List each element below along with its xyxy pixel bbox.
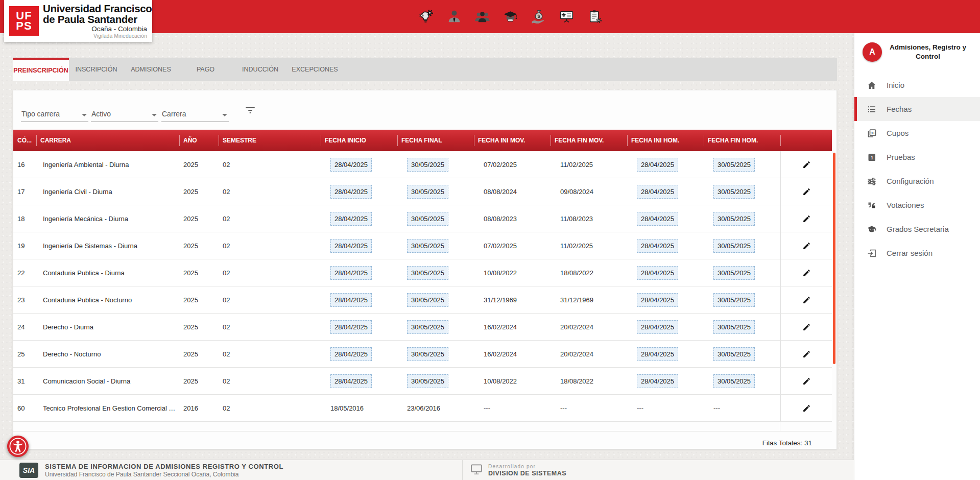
- date-field-editable[interactable]: 30/05/2025: [407, 158, 448, 172]
- date-field-editable[interactable]: 30/05/2025: [713, 158, 755, 172]
- sidebar-item-grados[interactable]: Grados Secretaria: [854, 217, 980, 241]
- edit-row-button[interactable]: [800, 375, 813, 388]
- sidebar-item-configuracion[interactable]: Configuración: [854, 169, 980, 193]
- cell-fecha-inicio: 28/04/2025: [321, 239, 397, 253]
- edit-row-button[interactable]: [800, 348, 813, 361]
- cell-fecha-fin-mov: ---: [551, 404, 627, 412]
- clipboard-gear-icon[interactable]: [586, 8, 603, 25]
- filter-value: Activo: [91, 110, 111, 118]
- people-group-icon[interactable]: [474, 8, 491, 25]
- date-field-editable[interactable]: 30/05/2025: [407, 347, 448, 361]
- filter-list-icon[interactable]: [244, 104, 256, 116]
- date-field-editable[interactable]: 28/04/2025: [330, 347, 372, 361]
- accessibility-button[interactable]: [7, 436, 29, 457]
- idea-gears-icon[interactable]: [418, 8, 435, 25]
- filter-tipo-carrera[interactable]: Tipo carrera: [21, 110, 88, 122]
- date-value: 07/02/2025: [484, 161, 517, 169]
- cell-ano: 2025: [179, 242, 219, 250]
- date-field-editable[interactable]: 28/04/2025: [637, 212, 678, 226]
- cell-fecha-fin-hom: 30/05/2025: [704, 293, 780, 307]
- date-field-editable[interactable]: 30/05/2025: [407, 374, 448, 388]
- date-field-editable[interactable]: 28/04/2025: [637, 158, 678, 172]
- edit-row-button[interactable]: [800, 402, 813, 415]
- date-field-editable[interactable]: 30/05/2025: [407, 320, 448, 334]
- cell-fecha-ini-mov: 16/02/2024: [474, 350, 551, 358]
- date-field-editable[interactable]: 30/05/2025: [407, 212, 448, 226]
- table-scrollbar[interactable]: [833, 153, 835, 364]
- sidebar-item-inicio[interactable]: Inicio: [854, 73, 980, 97]
- date-field-editable[interactable]: 28/04/2025: [330, 239, 372, 253]
- cell-fecha-fin-mov: 09/08/2024: [551, 188, 627, 196]
- date-value: 08/08/2024: [484, 188, 517, 196]
- pencil-icon: [802, 187, 811, 196]
- quotes-icon: [867, 200, 877, 210]
- cell-fecha-inicio: 28/04/2025: [321, 266, 397, 280]
- filter-carrera[interactable]: Carrera: [161, 110, 229, 122]
- date-field-editable[interactable]: 30/05/2025: [713, 212, 755, 226]
- edit-row-button[interactable]: [800, 158, 813, 171]
- date-field-editable[interactable]: 30/05/2025: [713, 320, 755, 334]
- date-field-editable[interactable]: 30/05/2025: [713, 347, 755, 361]
- edit-row-button[interactable]: [800, 294, 813, 306]
- tab-excepciones[interactable]: EXCEPCIONES: [288, 58, 342, 81]
- person-icon[interactable]: [446, 8, 463, 25]
- date-field-editable[interactable]: 30/05/2025: [407, 266, 448, 280]
- tab-preinscripcion[interactable]: PREINSCRIPCIÓN: [13, 58, 69, 81]
- footer-system-subtitle: Universidad Francisco de Paula Santander…: [45, 471, 283, 478]
- cell-ano: 2025: [179, 350, 219, 358]
- date-field-editable[interactable]: 28/04/2025: [637, 266, 678, 280]
- filter-activo[interactable]: Activo: [91, 110, 158, 122]
- list-icon: [867, 104, 877, 114]
- sidebar-item-cerrar-sesion[interactable]: Cerrar sesión: [854, 241, 980, 265]
- date-field-editable[interactable]: 30/05/2025: [407, 239, 448, 253]
- tab-induccion[interactable]: INDUCCIÓN: [233, 58, 288, 81]
- date-field-editable[interactable]: 28/04/2025: [330, 185, 372, 199]
- money-hand-icon[interactable]: $: [530, 8, 547, 25]
- sidebar-item-cupos[interactable]: 9+ Cupos: [854, 121, 980, 145]
- cell-semestre: 02: [219, 269, 321, 277]
- date-field-editable[interactable]: 30/05/2025: [713, 185, 755, 199]
- tab-inscripcion[interactable]: INSCRIPCIÓN: [69, 58, 124, 81]
- sidebar-item-pruebas[interactable]: 1 Pruebas: [854, 145, 980, 169]
- svg-text:$: $: [537, 14, 540, 19]
- cell-fecha-ini-mov: 07/02/2025: [474, 242, 551, 250]
- date-field-editable[interactable]: 30/05/2025: [713, 374, 755, 388]
- graduation-diploma-icon[interactable]: [502, 8, 519, 25]
- column-header-ano: AÑO: [179, 130, 219, 151]
- date-field-editable[interactable]: 30/05/2025: [407, 185, 448, 199]
- sidebar-item-votaciones[interactable]: Votaciones: [854, 193, 980, 217]
- date-field-editable[interactable]: 30/05/2025: [407, 293, 448, 307]
- date-field-editable[interactable]: 28/04/2025: [330, 374, 372, 388]
- date-field-editable[interactable]: 30/05/2025: [713, 239, 755, 253]
- date-field-editable[interactable]: 30/05/2025: [713, 293, 755, 307]
- date-field-editable[interactable]: 28/04/2025: [637, 239, 678, 253]
- date-field-editable[interactable]: 28/04/2025: [637, 293, 678, 307]
- cell-semestre: 02: [219, 161, 321, 169]
- date-field-editable[interactable]: 28/04/2025: [637, 320, 678, 334]
- date-field-editable[interactable]: 30/05/2025: [713, 266, 755, 280]
- edit-row-button[interactable]: [800, 267, 813, 279]
- edit-row-button[interactable]: [800, 321, 813, 333]
- cell-fecha-final: 30/05/2025: [397, 158, 474, 172]
- date-field-editable[interactable]: 28/04/2025: [330, 320, 372, 334]
- presentation-board-icon[interactable]: [558, 8, 575, 25]
- date-field-editable[interactable]: 28/04/2025: [330, 293, 372, 307]
- date-field-editable[interactable]: 28/04/2025: [330, 212, 372, 226]
- date-field-editable[interactable]: 28/04/2025: [637, 374, 678, 388]
- cell-fecha-final: 30/05/2025: [397, 239, 474, 253]
- date-field-editable[interactable]: 28/04/2025: [637, 185, 678, 199]
- ufps-logo-mark: UF PS: [9, 6, 39, 36]
- edit-row-button[interactable]: [800, 239, 813, 252]
- date-field-editable[interactable]: 28/04/2025: [637, 347, 678, 361]
- date-field-editable[interactable]: 28/04/2025: [330, 266, 372, 280]
- tab-admisiones[interactable]: ADMISIONES: [124, 58, 178, 81]
- sidebar-item-fechas[interactable]: Fechas: [854, 97, 980, 121]
- logout-icon: [867, 248, 877, 258]
- edit-row-button[interactable]: [800, 185, 813, 198]
- university-logo: UF PS Universidad Francisco de Paula San…: [4, 0, 152, 42]
- date-field-editable[interactable]: 28/04/2025: [330, 158, 372, 172]
- footer-developed-name: DIVISION DE SISTEMAS: [488, 470, 566, 477]
- edit-row-button[interactable]: [800, 212, 813, 225]
- tab-pago[interactable]: PAGO: [178, 58, 233, 81]
- date-value: ---: [560, 404, 567, 412]
